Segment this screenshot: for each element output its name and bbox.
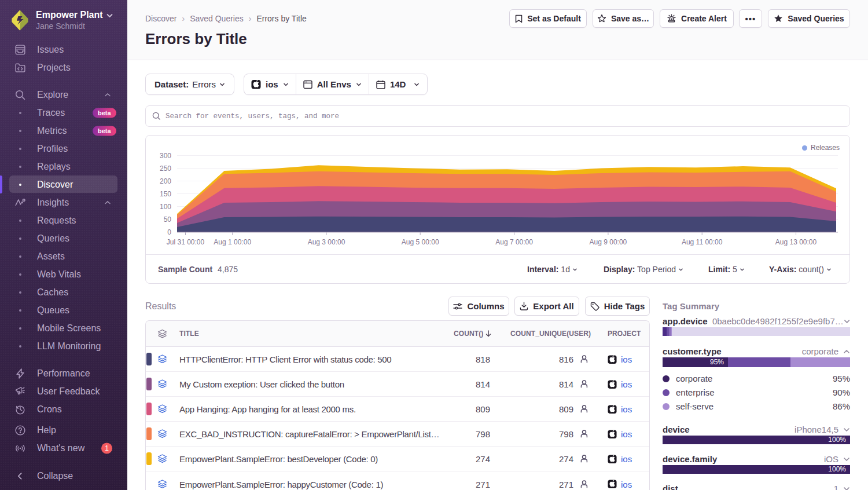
svg-text:Aug 9 00:00: Aug 9 00:00 bbox=[590, 238, 627, 246]
svg-text:250: 250 bbox=[160, 164, 171, 173]
svg-text:0: 0 bbox=[167, 228, 171, 236]
svg-text:Aug 1 00:00: Aug 1 00:00 bbox=[214, 238, 251, 246]
svg-text:Jul 31 00:00: Jul 31 00:00 bbox=[167, 238, 205, 246]
svg-text:Aug 7 00:00: Aug 7 00:00 bbox=[495, 238, 533, 246]
svg-text:150: 150 bbox=[160, 190, 171, 198]
svg-text:Aug 13 00:00: Aug 13 00:00 bbox=[775, 238, 817, 246]
svg-text:300: 300 bbox=[160, 152, 171, 160]
svg-text:Aug 11 00:00: Aug 11 00:00 bbox=[682, 238, 723, 246]
svg-text:200: 200 bbox=[160, 177, 171, 185]
svg-text:Aug 3 00:00: Aug 3 00:00 bbox=[308, 238, 345, 246]
svg-text:Aug 5 00:00: Aug 5 00:00 bbox=[402, 238, 439, 246]
svg-text:100: 100 bbox=[160, 203, 171, 211]
svg-text:50: 50 bbox=[164, 215, 172, 224]
